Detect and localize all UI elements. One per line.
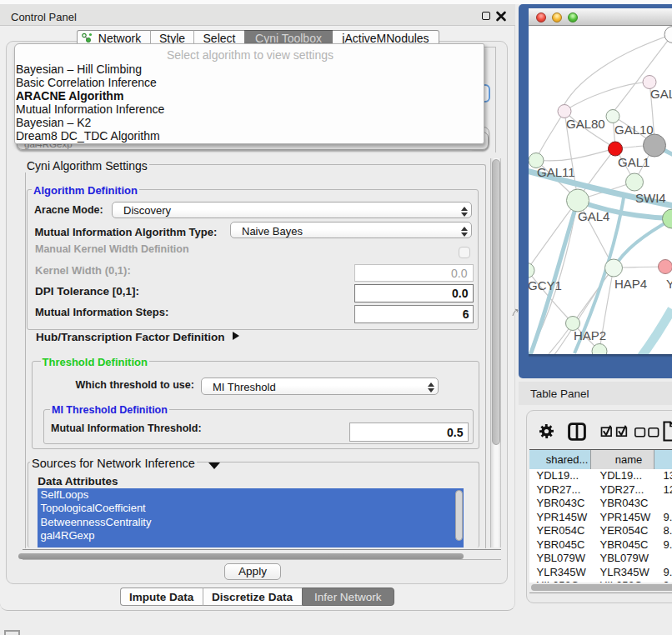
svg-text:GAL10: GAL10 — [614, 122, 654, 137]
svg-text:GAL11: GAL11 — [537, 165, 575, 179]
svg-text:GAL7: GAL7 — [650, 87, 672, 101]
svg-text:GAL4: GAL4 — [578, 209, 609, 223]
svg-text:GAL80: GAL80 — [566, 117, 605, 131]
svg-text:GAL1: GAL1 — [618, 155, 649, 169]
svg-text:Y: Y — [666, 277, 672, 291]
svg-text:HAP4: HAP4 — [614, 277, 647, 291]
svg-text:GCY1: GCY1 — [529, 278, 562, 292]
svg-text:SWI4: SWI4 — [635, 191, 666, 205]
svg-text:HAP2: HAP2 — [574, 328, 606, 342]
